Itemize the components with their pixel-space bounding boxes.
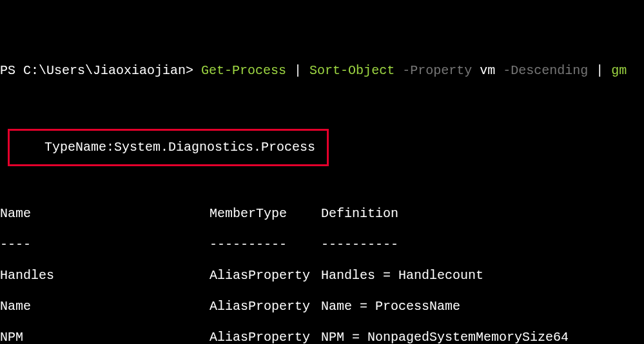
row-definition: NPM = NonpagedSystemMemorySize64: [321, 330, 569, 344]
row-name: NPM: [0, 330, 210, 344]
column-header-membertype: MemberType: [210, 206, 321, 222]
pipe-operator: |: [286, 63, 309, 78]
command-gm: gm: [611, 63, 627, 78]
param-property-value: vm: [480, 63, 495, 78]
output-table: NameMemberTypeDefinition ---------------…: [0, 184, 644, 344]
row-name: Name: [0, 299, 210, 314]
underline-membertype: ----------: [210, 237, 321, 253]
table-row: NPMAliasPropertyNPM = NonpagedSystemMemo…: [0, 330, 644, 344]
table-row: NameAliasPropertyName = ProcessName: [0, 299, 644, 314]
underline-name: ----: [0, 237, 210, 253]
row-definition: Name = ProcessName: [321, 299, 460, 314]
command-get-process: Get-Process: [201, 63, 286, 78]
param-descending: -Descending: [495, 63, 588, 78]
underline-definition: ----------: [321, 237, 398, 253]
typename-highlight-box: TypeName:System.Diagnostics.Process: [8, 129, 329, 166]
command-prompt-line[interactable]: PS C:\Users\Jiaoxiaojian> Get-Process | …: [0, 62, 644, 82]
column-header-definition: Definition: [321, 206, 398, 222]
pipe-operator: |: [588, 63, 611, 78]
column-header-name: Name: [0, 206, 210, 222]
row-definition: Handles = Handlecount: [321, 268, 483, 283]
row-membertype: AliasProperty: [210, 330, 321, 344]
ps-prompt-text: PS C:\Users\Jiaoxiaojian>: [0, 63, 201, 78]
row-membertype: AliasProperty: [210, 268, 321, 283]
table-header-row: NameMemberTypeDefinition: [0, 206, 644, 222]
table-header-underline: ------------------------: [0, 237, 644, 253]
param-property: -Property: [395, 63, 480, 78]
table-row: HandlesAliasPropertyHandles = Handlecoun…: [0, 268, 644, 283]
row-membertype: AliasProperty: [210, 299, 321, 314]
typename-text: TypeName:System.Diagnostics.Process: [21, 140, 315, 155]
command-sort-object: Sort-Object: [309, 63, 395, 78]
row-name: Handles: [0, 268, 210, 283]
